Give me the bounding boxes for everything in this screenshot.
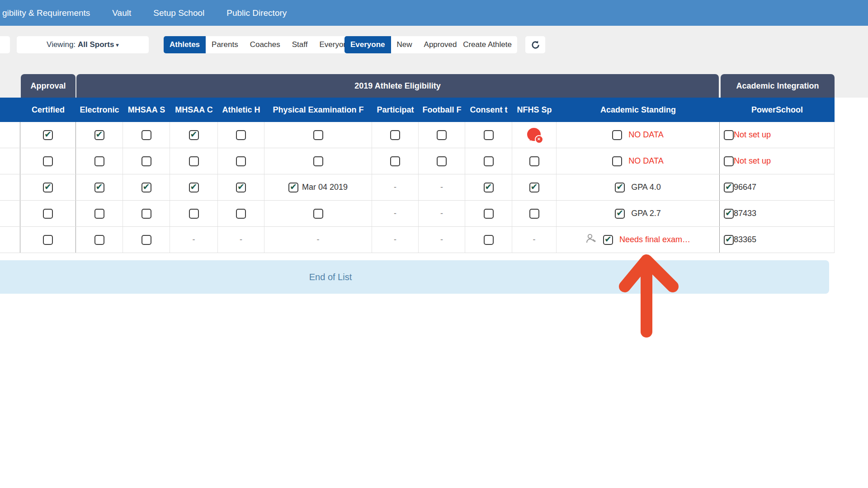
nav-item-public-directory[interactable]: Public Directory <box>226 8 287 18</box>
role-tab-athletes[interactable]: Athletes <box>164 36 206 53</box>
checkbox-unchecked[interactable] <box>142 130 151 140</box>
checkbox-checked[interactable] <box>724 183 734 192</box>
role-tab-parents[interactable]: Parents <box>206 36 244 53</box>
checkbox-checked[interactable] <box>236 183 246 192</box>
checkbox-unchecked[interactable] <box>484 209 494 219</box>
viewing-sports-dropdown[interactable]: Viewing: All Sports ▾ <box>17 36 149 53</box>
checkbox-checked[interactable] <box>189 130 199 140</box>
column-header-participat: Participat <box>372 98 419 122</box>
role-tab-staff[interactable]: Staff <box>286 36 314 53</box>
refresh-button[interactable] <box>525 36 545 53</box>
checkbox-unchecked[interactable] <box>390 130 400 140</box>
checkbox-unchecked[interactable] <box>612 156 622 166</box>
table-cell: GPA 4.0 <box>557 174 720 200</box>
role-tab-coaches[interactable]: Coaches <box>244 36 286 53</box>
checkbox-unchecked[interactable] <box>94 209 104 219</box>
checkbox-unchecked[interactable] <box>236 209 246 219</box>
checkbox-checked[interactable] <box>615 183 625 192</box>
partial-button[interactable] <box>0 36 10 53</box>
checkbox-unchecked[interactable] <box>484 235 494 245</box>
table-cell <box>123 148 170 174</box>
table-cell <box>264 148 372 174</box>
checkbox-unchecked[interactable] <box>313 156 323 166</box>
checkbox-unchecked[interactable] <box>189 156 199 166</box>
checkbox-unchecked[interactable] <box>724 130 734 140</box>
nav-item-vault[interactable]: Vault <box>112 8 131 18</box>
checkbox-unchecked[interactable] <box>236 130 246 140</box>
table-cell <box>170 122 218 148</box>
column-header-mhsaa-s: MHSAA S <box>123 98 170 122</box>
checkbox-unchecked[interactable] <box>724 156 734 166</box>
column-header-athletic-h: Athletic H <box>218 98 264 122</box>
table-cell <box>218 148 264 174</box>
nav-item-eligibility-requirements[interactable]: gibility & Requirements <box>2 8 90 18</box>
checkbox-checked[interactable] <box>43 130 53 140</box>
checkbox-unchecked[interactable] <box>612 130 622 140</box>
checkbox-unchecked[interactable] <box>529 156 539 166</box>
checkbox-unchecked[interactable] <box>529 209 539 219</box>
checkbox-unchecked[interactable] <box>236 156 246 166</box>
checkbox-unchecked[interactable] <box>189 209 199 219</box>
checkbox-unchecked[interactable] <box>437 156 447 166</box>
end-of-list-text: End of List <box>0 260 661 294</box>
table-cell <box>20 122 76 148</box>
checkbox-unchecked[interactable] <box>313 130 323 140</box>
table-cell: GPA 2.7 <box>557 201 720 226</box>
checkbox-checked[interactable] <box>615 209 625 219</box>
table-cell <box>218 174 264 200</box>
checkbox-unchecked[interactable] <box>390 156 400 166</box>
empty-value: - <box>394 235 396 244</box>
checkbox-checked[interactable] <box>94 130 104 140</box>
checkbox-unchecked[interactable] <box>43 235 53 245</box>
checkbox-checked[interactable] <box>724 235 734 245</box>
status-tab-approved[interactable]: Approved <box>418 36 463 53</box>
checkbox-checked[interactable] <box>529 183 539 192</box>
table-cell <box>512 201 557 226</box>
status-tab-new[interactable]: New <box>391 36 418 53</box>
checkbox-checked[interactable] <box>724 209 734 219</box>
checkbox-unchecked[interactable] <box>43 156 53 166</box>
table-cell: NO DATA <box>557 122 720 148</box>
table-cell: - <box>218 227 264 253</box>
empty-value: - <box>394 183 396 192</box>
status-tab-everyone[interactable]: Everyone <box>344 36 391 53</box>
checkbox-checked[interactable] <box>603 235 613 245</box>
nav-item-setup-school[interactable]: Setup School <box>153 8 204 18</box>
create-athlete-button[interactable]: Create Athlete <box>458 36 517 53</box>
checkbox-unchecked[interactable] <box>484 156 494 166</box>
checkbox-unchecked[interactable] <box>313 209 323 219</box>
checkbox-checked[interactable] <box>288 183 298 192</box>
table-cell <box>372 148 419 174</box>
checkbox-checked[interactable] <box>43 183 53 192</box>
checkbox-checked[interactable] <box>142 183 151 192</box>
table-cell: Not set up <box>720 122 835 148</box>
table-row: ✕NO DATANot set up <box>0 122 835 148</box>
table-cell <box>419 122 465 148</box>
checkbox-checked[interactable] <box>189 183 199 192</box>
column-header-football-f: Football F <box>419 98 465 122</box>
person-edit-icon[interactable] <box>585 233 598 246</box>
table-cell <box>0 122 20 148</box>
table-cell: - <box>372 201 419 226</box>
table-cell: Not set up <box>720 148 835 174</box>
table-cell: - <box>512 227 557 253</box>
table-cell <box>76 201 123 226</box>
empty-value: - <box>317 235 320 244</box>
checkbox-unchecked[interactable] <box>484 130 494 140</box>
checkbox-checked[interactable] <box>94 183 104 192</box>
table-cell: - <box>372 174 419 200</box>
checkbox-checked[interactable] <box>484 183 494 192</box>
table-cell: 87433 <box>720 201 835 226</box>
checkbox-unchecked[interactable] <box>142 156 151 166</box>
checkbox-unchecked[interactable] <box>94 156 104 166</box>
table-cell <box>123 174 170 200</box>
checkbox-unchecked[interactable] <box>94 235 104 245</box>
checkbox-unchecked[interactable] <box>43 209 53 219</box>
table-cell: - <box>170 227 218 253</box>
table-cell <box>76 148 123 174</box>
alert-chat-icon[interactable]: ✕ <box>527 128 542 142</box>
checkbox-unchecked[interactable] <box>437 130 447 140</box>
checkbox-unchecked[interactable] <box>142 209 151 219</box>
section-header-approval: Approval <box>21 74 75 98</box>
checkbox-unchecked[interactable] <box>142 235 151 245</box>
